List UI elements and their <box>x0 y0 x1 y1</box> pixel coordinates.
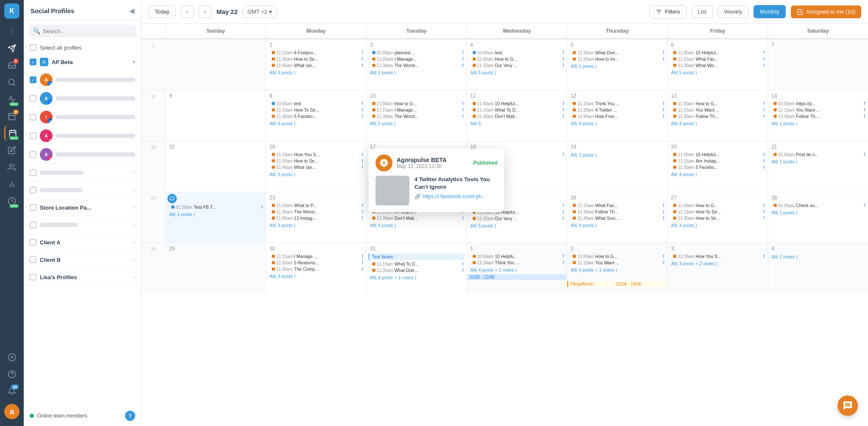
list-item[interactable]: 01:00pmhttps://p...f <box>770 101 866 106</box>
all-posts-link[interactable]: All( 1 posts ) <box>167 211 264 218</box>
list-item[interactable]: 11:30amFollow Th...f <box>770 113 866 119</box>
table-row[interactable]: 13 11:00amHow to G...f 11:15amYou Want .… <box>667 90 768 141</box>
sidebar-group-client-a[interactable]: Client A › <box>24 234 141 251</box>
select-all-row[interactable]: Select all profiles <box>24 42 141 53</box>
list-item[interactable]: 11:15amWhat to P...f <box>268 202 364 208</box>
table-row[interactable]: 10 11:00amHow to G...f 11:15amI Manage..… <box>366 90 467 141</box>
table-row[interactable]: 20 11:00am10 Helpful...f 11:15amAre Inst… <box>667 141 768 192</box>
all-posts-link[interactable]: All( 5 posts ) <box>368 120 465 127</box>
all-posts-link[interactable]: All( 1 posts ) <box>368 69 465 76</box>
list-item[interactable]: ✓ A f <box>24 70 141 89</box>
list-item[interactable]: 11:45amHow to Im...f <box>569 56 665 62</box>
profile-group-header-ap-beta[interactable]: ✓ A AP Beta ▾ <box>24 53 141 70</box>
all-posts-link[interactable]: All( 3 posts ) <box>268 171 364 178</box>
list-item[interactable]: 11:15amOur Very ...f <box>469 216 565 221</box>
table-row[interactable]: 29 <box>165 243 266 294</box>
list-item[interactable]: 11:30am4 Twitter ...f <box>569 107 665 113</box>
table-row[interactable]: 21 02:00pmPost de n...f All( 1 posts ) <box>768 141 868 192</box>
timezone-selector[interactable]: GMT +2 ▾ <box>243 6 277 18</box>
list-item[interactable]: 11:30amWhat Doe...f <box>368 267 465 273</box>
list-item[interactable]: 11:15amThink You ...f <box>569 101 665 106</box>
table-row[interactable]: 1 10:59am10 Helpfu...f 11:14amThink You … <box>467 243 567 294</box>
list-item[interactable]: 11:00amHow to G...f <box>569 253 665 259</box>
list-item[interactable]: 11:00am10 Helpful...f <box>669 50 766 56</box>
list-item[interactable]: A ig <box>24 145 141 164</box>
all-posts-link[interactable]: All( 2 posts ) <box>569 63 665 70</box>
sidebar-group-collapsed-2[interactable]: › <box>24 182 141 199</box>
list-view-button[interactable]: List <box>692 5 713 18</box>
list-item[interactable]: 11:00amHow to G...f <box>669 101 766 106</box>
list-item[interactable]: 11:15am6 Foolpro...f <box>268 50 364 56</box>
weekly-view-button[interactable]: Weekly <box>718 5 748 18</box>
table-row[interactable]: 3 02:00pmplanned ...f 11:00amI Manage...… <box>366 39 467 90</box>
publish-icon[interactable]: NEW <box>4 92 19 107</box>
list-item[interactable]: 11:30amFollow Th...f <box>569 209 665 215</box>
list-item[interactable]: 11:30amDon't Mak...f <box>469 113 565 119</box>
all-posts-link[interactable]: All( 1 posts ) <box>770 120 866 127</box>
list-item[interactable]: 11:30amThe Worst...f <box>368 62 465 68</box>
search-icon[interactable] <box>4 75 19 90</box>
list-item[interactable]: 11:15amYou Want ...f <box>770 107 866 113</box>
profile-checkbox-2[interactable] <box>30 95 36 102</box>
all-posts-link[interactable]: All( 4 posts + 1 notes ) <box>569 266 665 273</box>
list-item[interactable]: 11:15amYou Want ...f <box>669 107 766 113</box>
group-checkbox[interactable] <box>30 221 36 228</box>
table-row[interactable]: 8 <box>165 90 266 141</box>
list-item[interactable]: 11:15amHow To Se...f <box>669 209 766 215</box>
add-icon[interactable] <box>4 350 19 365</box>
profile-checkbox-4[interactable] <box>30 132 36 139</box>
analytics-icon[interactable] <box>4 177 19 192</box>
table-row[interactable]: 6 11:00am10 Helpful...f 11:15amWhat Fac.… <box>667 39 768 90</box>
group-checkbox[interactable] <box>30 239 36 246</box>
list-item[interactable]: 11:30am5 Facebo...f <box>268 113 364 119</box>
all-posts-link[interactable]: All( 3 posts ) <box>268 222 364 229</box>
calendar-icon[interactable]: 8 <box>4 109 19 124</box>
list-item[interactable]: 11:45amHow Fres...f <box>569 113 665 119</box>
table-row[interactable]: 15 <box>165 141 266 192</box>
all-posts-link[interactable]: All( 3 posts ) <box>268 273 364 280</box>
list-item[interactable]: 11:45amWhat (an...f <box>268 62 364 68</box>
search-box[interactable]: 🔍 <box>29 25 136 37</box>
group-checkbox[interactable] <box>30 187 36 193</box>
sidebar-group-lisas-profiles[interactable]: Lisa's Profiles › <box>24 269 141 286</box>
list-item[interactable]: A f <box>24 89 141 108</box>
list-item[interactable]: 01:00pmTest FB T...f <box>167 204 264 210</box>
list-item[interactable]: 11:15amHow You S...f <box>669 253 766 259</box>
list-item[interactable]: 11:15amWhat Fac...f <box>669 56 766 62</box>
list-item[interactable]: 11:15amYou Want ...f <box>569 260 665 266</box>
group-checkbox[interactable] <box>30 256 36 263</box>
list-item[interactable]: 11:15amAre Instag...f <box>669 158 766 164</box>
list-item[interactable]: 11:30amHow to Se...f <box>669 215 766 221</box>
all-posts-link[interactable]: All( 4 posts ) <box>669 222 766 229</box>
all-posts-link[interactable]: All( 4 posts ) <box>669 171 766 178</box>
agorapulse-logo[interactable]: a <box>4 404 19 419</box>
list-item[interactable]: 02:00pmplanned ...f <box>368 50 465 56</box>
table-row[interactable]: 7 <box>768 39 868 90</box>
all-posts-link[interactable]: All( 4 posts ) <box>669 120 766 127</box>
list-item[interactable]: 11:30amHow to Se...f <box>268 158 364 164</box>
monthly-view-button[interactable]: Monthly <box>754 5 786 18</box>
list-item[interactable]: 11:15amI Manage ...f <box>268 253 364 259</box>
table-row[interactable]: 22 01:00pmTest FB T...f All( 1 posts ) <box>165 192 266 243</box>
table-row[interactable]: 30 11:15amI Manage ...f 11:30am5 Reasons… <box>266 243 366 294</box>
all-posts-link[interactable]: All( 5 posts ) <box>669 69 766 76</box>
all-posts-link[interactable]: All( 5 <box>469 120 565 127</box>
list-item[interactable]: 11:14amThink You ...f <box>469 260 565 266</box>
profile-checkbox-5[interactable] <box>30 151 36 158</box>
list-item[interactable]: 11:30am5 Facebo...f <box>669 164 766 170</box>
list-item[interactable]: 11:30amHow to Se...f <box>268 56 364 62</box>
chat-button[interactable] <box>837 395 858 416</box>
table-row[interactable]: 16 11:15amHow You S...f 11:30amHow to Se… <box>266 141 366 192</box>
list-item[interactable]: 11:45am13 Instag...f <box>268 215 364 221</box>
all-posts-link[interactable]: All( 2 notes ) <box>770 253 866 260</box>
list-item[interactable]: 11:30amWhat Doe...f <box>569 50 665 56</box>
all-posts-link[interactable]: All( 4 posts ) <box>368 222 465 229</box>
list-item[interactable]: 11:15amWhat To D...f <box>469 107 565 113</box>
calendar2-icon[interactable]: NEW <box>4 126 19 141</box>
all-posts-link[interactable]: All( 1 posts ) <box>770 209 866 216</box>
list-item[interactable]: 11:15amOur Very ...f <box>469 62 565 68</box>
inbox-icon[interactable]: 6 <box>4 58 19 73</box>
list-item[interactable]: 11:45amWhat Soci...f <box>569 215 665 221</box>
ap-beta-checkbox[interactable]: ✓ <box>30 59 36 65</box>
all-posts-link[interactable]: All( 4 posts ) <box>268 69 364 76</box>
